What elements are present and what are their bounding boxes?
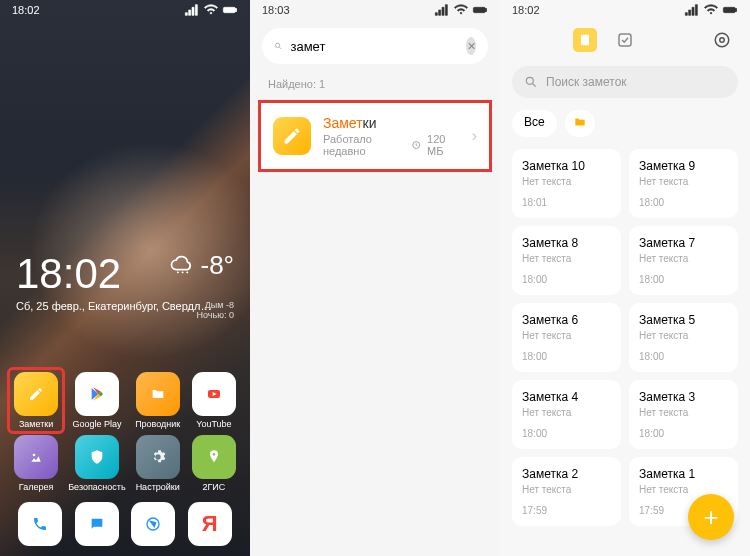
tab-notes[interactable]	[573, 28, 597, 52]
filter-folder[interactable]	[565, 110, 595, 137]
note-card[interactable]: Заметка 10Нет текста18:01	[512, 149, 621, 218]
app-label: Безопасность	[68, 482, 125, 492]
shield-icon	[75, 435, 119, 479]
note-time: 18:00	[639, 197, 728, 208]
status-right	[184, 2, 238, 18]
filter-all[interactable]: Все	[512, 110, 557, 137]
note-body: Нет текста	[639, 253, 728, 264]
note-time: 18:00	[639, 274, 728, 285]
svg-rect-9	[723, 7, 735, 12]
note-card[interactable]: Заметка 9Нет текста18:00	[629, 149, 738, 218]
svg-rect-11	[581, 35, 589, 46]
weather-temp: -8°	[200, 250, 234, 281]
search-icon	[524, 75, 538, 89]
app-grid: Заметки Google Play Проводник YouTube Га…	[0, 364, 250, 496]
app-2gis[interactable]: 2ГИС	[190, 435, 238, 492]
note-body: Нет текста	[522, 407, 611, 418]
app-google-play[interactable]: Google Play	[68, 372, 125, 429]
app-gallery[interactable]: Галерея	[12, 435, 60, 492]
app-label: YouTube	[196, 419, 231, 429]
app-label: Галерея	[19, 482, 54, 492]
app-phone[interactable]	[18, 502, 62, 546]
app-notes[interactable]: Заметки	[7, 367, 65, 434]
note-body: Нет текста	[639, 330, 728, 341]
notes-grid: Заметка 10Нет текста18:01Заметка 9Нет те…	[500, 143, 750, 532]
search-bar: ✕	[262, 28, 488, 64]
note-title: Заметка 5	[639, 313, 728, 327]
storage-icon	[411, 139, 421, 151]
note-card[interactable]: Заметка 5Нет текста18:00	[629, 303, 738, 372]
svg-rect-12	[619, 34, 631, 46]
search-result[interactable]: Заметки Работало недавно 120 МБ ›	[258, 100, 492, 172]
note-time: 18:00	[522, 274, 611, 285]
youtube-icon	[192, 372, 236, 416]
signal-icon	[184, 2, 200, 18]
battery-icon	[222, 2, 238, 18]
search-placeholder: Поиск заметок	[546, 75, 627, 89]
svg-rect-10	[735, 9, 736, 12]
results-count: Найдено: 1	[250, 72, 500, 96]
app-label: Настройки	[136, 482, 180, 492]
chevron-right-icon: ›	[472, 127, 477, 145]
note-card[interactable]: Заметка 4Нет текста18:00	[512, 380, 621, 449]
battery-icon	[472, 2, 488, 18]
svg-point-13	[720, 38, 725, 43]
note-title: Заметка 6	[522, 313, 611, 327]
note-time: 17:59	[522, 505, 611, 516]
note-card[interactable]: Заметка 6Нет текста18:00	[512, 303, 621, 372]
note-body: Нет текста	[522, 330, 611, 341]
status-right	[684, 2, 738, 18]
status-right	[434, 2, 488, 18]
folder-icon	[136, 372, 180, 416]
add-note-button[interactable]: +	[688, 494, 734, 540]
svg-point-3	[33, 454, 36, 457]
note-card[interactable]: Заметка 3Нет текста18:00	[629, 380, 738, 449]
notes-search[interactable]: Поиск заметок	[512, 66, 738, 98]
note-body: Нет текста	[639, 407, 728, 418]
note-card[interactable]: Заметка 7Нет текста18:00	[629, 226, 738, 295]
notes-app-screen: 18:02 Поиск заметок Все Заметка 10Нет те…	[500, 0, 750, 556]
notes-icon	[273, 117, 311, 155]
note-time: 18:00	[639, 351, 728, 362]
gallery-icon	[14, 435, 58, 479]
app-messages[interactable]	[75, 502, 119, 546]
note-time: 18:00	[522, 351, 611, 362]
signal-icon	[434, 2, 450, 18]
note-card[interactable]: Заметка 2Нет текста17:59	[512, 457, 621, 526]
weather-details: Дым -8 Ночью: 0	[197, 300, 234, 320]
app-label: Заметки	[19, 419, 53, 429]
app-label: Проводник	[135, 419, 180, 429]
note-card[interactable]: Заметка 8Нет текста18:00	[512, 226, 621, 295]
clear-button[interactable]: ✕	[466, 37, 476, 55]
wifi-icon	[703, 2, 719, 18]
app-browser[interactable]	[131, 502, 175, 546]
app-security[interactable]: Безопасность	[68, 435, 125, 492]
note-time: 18:00	[522, 428, 611, 439]
app-settings[interactable]: Настройки	[134, 435, 182, 492]
note-title: Заметка 3	[639, 390, 728, 404]
home-screen: 18:02 18:02 Сб, 25 февр., Екатеринбург, …	[0, 0, 250, 556]
result-title: Заметки	[323, 115, 460, 131]
settings-button[interactable]	[710, 28, 734, 52]
wifi-icon	[453, 2, 469, 18]
note-title: Заметка 2	[522, 467, 611, 481]
search-screen: 18:03 ✕ Найдено: 1 Заметки Работало неда…	[250, 0, 500, 556]
search-input[interactable]	[290, 39, 458, 54]
battery-icon	[722, 2, 738, 18]
note-time: 18:01	[522, 197, 611, 208]
status-bar: 18:02	[500, 0, 750, 20]
svg-point-15	[526, 77, 533, 84]
app-youtube[interactable]: YouTube	[190, 372, 238, 429]
note-title: Заметка 4	[522, 390, 611, 404]
note-body: Нет текста	[639, 176, 728, 187]
tab-tasks[interactable]	[613, 28, 637, 52]
app-label: 2ГИС	[202, 482, 225, 492]
note-body: Нет текста	[522, 176, 611, 187]
app-file-manager[interactable]: Проводник	[134, 372, 182, 429]
app-yandex[interactable]: Я	[188, 502, 232, 546]
notes-icon	[14, 372, 58, 416]
status-time: 18:02	[12, 4, 40, 16]
filter-row: Все	[500, 104, 750, 143]
weather-widget[interactable]: -8°	[168, 250, 234, 281]
note-time: 18:00	[639, 428, 728, 439]
